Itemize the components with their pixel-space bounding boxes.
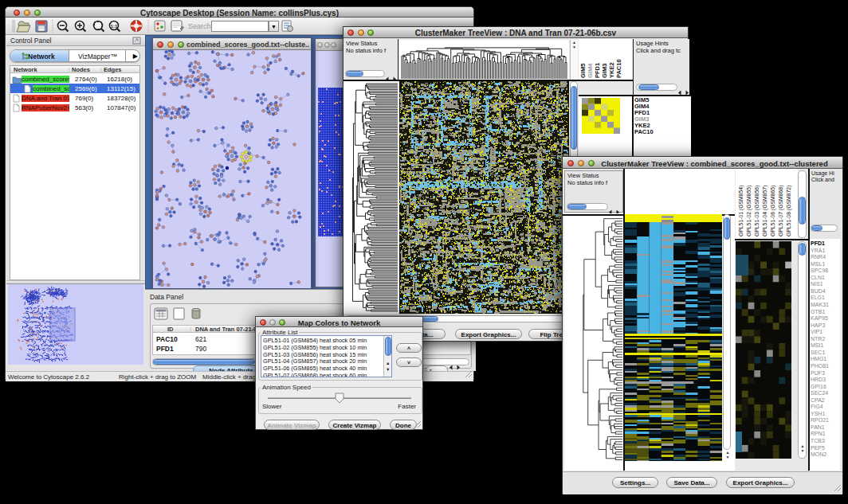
svg-text:PAC10: PAC10 [615,59,622,78]
svg-text:Search:: Search: [188,22,213,30]
svg-text:GIM4: GIM4 [587,63,594,78]
svg-text:PFD1: PFD1 [594,63,601,78]
svg-text:GPL51-02 (GSM855): GPL51-02 (GSM855) [746,186,752,236]
svg-text:GPL51-01 (GSM854): GPL51-01 (GSM854) [738,186,744,236]
svg-text:GIM3: GIM3 [601,64,608,78]
svg-text:GPL51-04 (GSM857): GPL51-04 (GSM857) [762,186,768,236]
svg-text:YKE2: YKE2 [608,62,615,78]
svg-text:1:1: 1:1 [111,24,118,29]
svg-text:GPL51-08 (GSM872): GPL51-08 (GSM872) [786,186,792,236]
svg-text:GPL51-03 (GSM856): GPL51-03 (GSM856) [754,186,760,236]
svg-text:GPL51-07 (GSM868): GPL51-07 (GSM868) [778,186,784,236]
svg-text:GPL51-06 (GSM865): GPL51-06 (GSM865) [770,186,776,236]
svg-text:GIM5: GIM5 [579,64,587,78]
